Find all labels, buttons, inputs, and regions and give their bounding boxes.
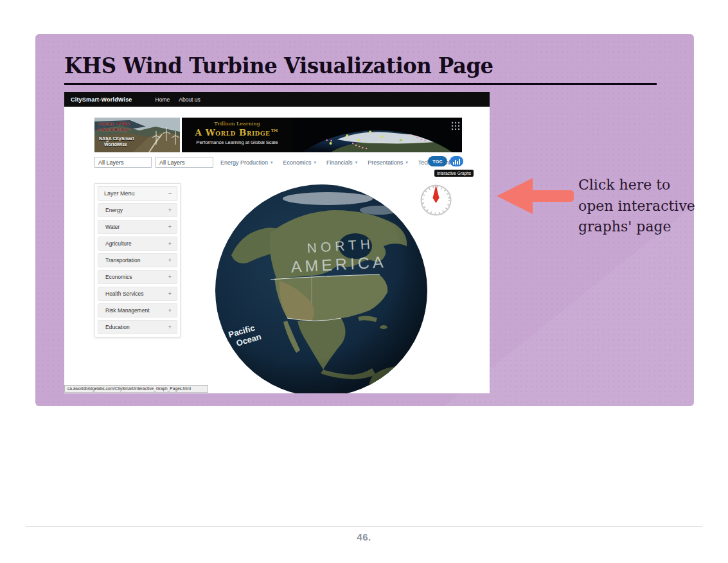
- status-url-bar: ca.aworldbridgelabs.com/CitySmart/Intera…: [64, 385, 208, 393]
- footer-divider: [26, 526, 702, 527]
- earth-banner-image: [292, 118, 462, 152]
- page-title: KHS Wind Turbine Visualization Page: [64, 53, 493, 78]
- expand-icon: +: [168, 325, 172, 330]
- layer-item-water[interactable]: Water +: [98, 220, 177, 234]
- layer-item-agriculture[interactable]: Agriculture +: [98, 237, 177, 251]
- interactive-graphs-tooltip: Interactive Graphs: [434, 170, 474, 177]
- banner-tagline: Performance Learning at Global Scale: [182, 139, 292, 145]
- expand-icon: +: [168, 308, 172, 314]
- expand-icon: +: [168, 241, 172, 247]
- banner-program-label: Trillium Learning: [182, 121, 292, 127]
- layers-grid-icon: [452, 122, 459, 130]
- toc-button[interactable]: TOC: [428, 156, 447, 166]
- expand-icon: +: [168, 258, 172, 264]
- collapse-icon: –: [168, 191, 172, 197]
- layer-item-education[interactable]: Education +: [98, 320, 177, 334]
- layers-filter-input-2[interactable]: [155, 157, 213, 168]
- caret-down-icon: ▾: [355, 160, 358, 165]
- layer-menu-panel: Layer Menu – Energy + Water + Agricultur…: [94, 183, 181, 337]
- interactive-graphs-button[interactable]: [450, 156, 463, 166]
- photo-caption-title: Kodiak - FTAA: [99, 121, 130, 126]
- layer-item-health-services[interactable]: Health Services +: [98, 287, 177, 301]
- layer-item-energy[interactable]: Energy +: [98, 203, 177, 217]
- page-number: 46.: [0, 532, 728, 542]
- layer-item-economics[interactable]: Economics +: [98, 270, 177, 284]
- globe-canvas[interactable]: NORTH AMERICA Pacific Ocean: [215, 184, 427, 393]
- menu-presentations[interactable]: Presentations ▾: [368, 159, 408, 166]
- world-bridge-banner: Trillium Learning A World Bridge™ Perfor…: [182, 118, 462, 152]
- expand-icon: +: [168, 291, 172, 297]
- title-divider: [64, 83, 657, 85]
- photo-caption-org2: WorldWise: [104, 142, 127, 147]
- menu-economics[interactable]: Economics ▾: [283, 159, 317, 166]
- slide: KHS Wind Turbine Visualization Page City…: [35, 34, 694, 406]
- site-menu-bar: Energy Production ▾ Economics ▾ Financia…: [220, 157, 458, 168]
- layer-item-risk-management[interactable]: Risk Management +: [98, 303, 177, 317]
- nav-link-about[interactable]: About us: [179, 96, 200, 103]
- caret-down-icon: ▾: [314, 160, 317, 165]
- bar-chart-icon: [453, 159, 460, 165]
- layer-item-transportation[interactable]: Transportation +: [98, 253, 177, 267]
- layers-filter-input-1[interactable]: [94, 157, 152, 168]
- menu-financials[interactable]: Financials ▾: [326, 159, 357, 166]
- layer-menu-header[interactable]: Layer Menu –: [98, 186, 177, 201]
- caret-down-icon: ▾: [271, 160, 273, 165]
- photo-caption-org1: NASA CitySmart: [99, 136, 134, 141]
- kodiak-photo: Kodiak - FTAA A World Bridge™ NASA CityS…: [94, 118, 180, 152]
- compass-icon[interactable]: [418, 182, 454, 219]
- expand-icon: +: [168, 208, 172, 213]
- site-top-navbar: CitySmart-WorldWise Home About us: [64, 92, 490, 107]
- expand-icon: +: [168, 224, 172, 230]
- menu-energy-production[interactable]: Energy Production ▾: [220, 159, 273, 166]
- page-canvas: KHS Wind Turbine Visualization Page City…: [0, 0, 728, 563]
- caret-down-icon: ▾: [405, 160, 408, 165]
- annotation-text: Click here to open interactive graphs' p…: [578, 175, 713, 238]
- nav-link-home[interactable]: Home: [155, 96, 170, 103]
- expand-icon: +: [168, 274, 172, 280]
- photo-caption-subtitle: A World Bridge™: [98, 127, 132, 132]
- website-screenshot: CitySmart-WorldWise Home About us: [64, 92, 490, 393]
- banner-name-label: A World Bridge™: [182, 127, 292, 138]
- banner-text-block: Trillium Learning A World Bridge™ Perfor…: [182, 118, 292, 152]
- annotation-arrow-icon: [492, 174, 578, 218]
- navbar-brand[interactable]: CitySmart-WorldWise: [71, 96, 132, 103]
